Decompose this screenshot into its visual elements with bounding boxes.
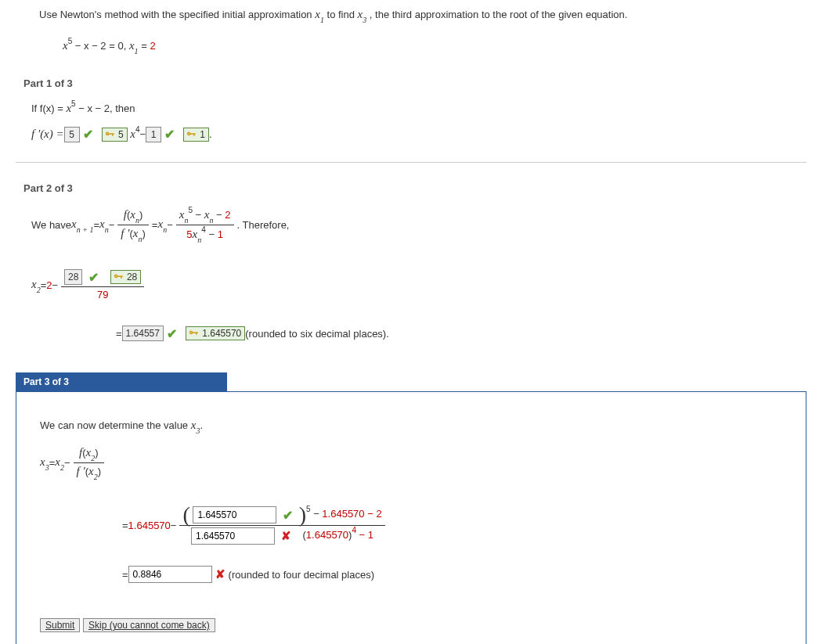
key-value-1645570: 1.645570 [202,328,241,339]
part3-intro-text: We can now determine the value [40,419,191,431]
part3-formula-row: x3 = x2 − f(x2) f '(x2) [40,444,790,481]
submit-button[interactable]: Submit [40,618,80,632]
part2-title: Part 2 of 3 [23,182,806,194]
check-icon: ✔ [88,270,99,285]
intro-text-b: to find [327,9,358,20]
result-input[interactable] [128,566,212,583]
x1-value: 2 [150,40,155,52]
period: . [209,128,212,140]
part1-content: If f(x) = x5 − x − 2, then f '(x) = 5 ✔ … [31,101,806,142]
x4-text: x4 [128,127,140,141]
part1-fprime-row: f '(x) = 5 ✔ 5 x4 − 1 ✔ 1 . [31,127,806,142]
check-icon: ✔ [167,326,177,341]
part1-if: If f(x) = [31,103,66,115]
check-icon: ✔ [83,127,93,142]
numerator-input[interactable] [193,506,276,523]
key-box-1645570: 1.645570 [186,326,245,340]
key-value-28: 28 [127,272,137,282]
part3-result-row: = ✘ (rounded to four decimal places) [122,566,790,583]
part2-content: We have xn + 1 = xn − f(xn) f '(xn) = xn… [31,206,806,342]
answer-box-28: 28 [64,269,82,285]
part2-x2-row: x2 = 2 − 28 ✔ 28 79 [31,268,806,302]
part3-intro-row: We can now determine the value x3. [40,419,790,434]
part1-then: − x − 2, then [78,103,135,115]
frac-fxn: f(xn) f '(xn) [117,207,149,243]
frac-expanded: xn5 − xn − 2 5xn4 − 1 [176,206,234,245]
part1-title: Part 1 of 3 [23,77,806,89]
denominator-input[interactable] [191,527,275,545]
skip-button[interactable]: Skip (you cannot come back) [83,618,215,632]
val-1645570-a: 1.645570 [128,520,171,531]
frac-fx2: f(x2) f '(x2) [74,444,105,481]
intro-text-c: , the third approximation to the root of… [370,9,628,20]
key-box-1: 1 [183,128,209,142]
given-equation: x5 − x − 2 = 0, x1 = 2 [63,38,806,54]
frac-28-79: 28 ✔ 28 79 [61,268,144,302]
answer-box-1: 1 [146,127,161,142]
val-1645570-b: 1.645570 [322,509,364,520]
check-icon: ✔ [164,127,175,142]
part2-formula-row: We have xn + 1 = xn − f(xn) f '(xn) = xn… [31,206,806,245]
we-have-text: We have [31,219,71,231]
part3-header: Part 3 of 3 [16,372,227,391]
part3-box: We can now determine the value x3. x3 = … [16,391,806,644]
key-value-5: 5 [118,129,124,140]
key-value-1: 1 [200,129,205,140]
key-box-28: 28 [110,270,141,284]
frac-calc: ( ✔ )5 − 1.645570 − 2 ✘ (1.645570)4 − 1 [179,505,384,546]
key-icon [113,272,124,282]
part3-rounded-text: (rounded to four decimal places) [229,569,374,581]
cross-icon: ✘ [215,567,225,581]
key-box-5: 5 [102,128,128,142]
part2-result-row: = 1.64557 ✔ 1.645570 (rounded to six dec… [116,326,806,341]
divider [16,162,806,163]
var-x1: x1 [315,8,324,20]
part2-rounded-text: (rounded to six decimal places). [245,328,389,340]
key-icon [188,328,199,339]
fprime-label: f '(x) = [31,128,64,141]
key-icon [104,129,115,140]
intro-text-a: Use Newton's method with the specified i… [39,9,315,20]
cross-icon: ✘ [281,529,291,543]
therefore-text: . Therefore, [237,219,290,231]
check-icon: ✔ [283,508,293,523]
answer-box-164557: 1.64557 [122,326,164,341]
button-row: Submit Skip (you cannot come back) [40,618,790,632]
minus-text: − [139,128,146,140]
var-x3: x3 [358,8,367,20]
x2-val: 2 [46,279,52,291]
x1-eq: = [139,40,150,52]
part3-calc-row: = 1.645570 − ( ✔ )5 − 1.645570 − 2 ✘ [122,505,790,546]
denom-79: 79 [61,287,144,302]
question-intro: Use Newton's method with the specified i… [39,8,806,23]
eq-body: − x − 2 = 0, [72,40,129,52]
key-icon [186,129,197,140]
answer-box-5: 5 [64,127,80,142]
